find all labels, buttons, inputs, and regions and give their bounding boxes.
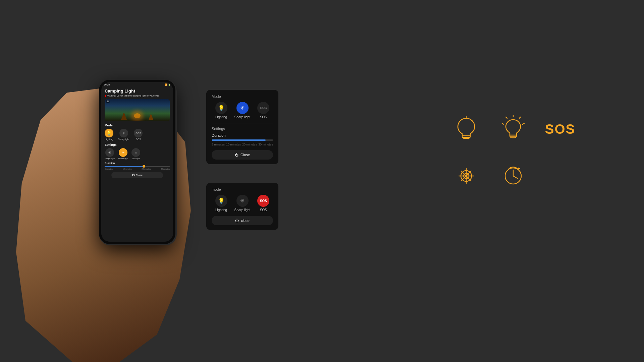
phone-mode-lighting-label: Lighting	[105, 138, 113, 140]
card-top-mode-label: Mode	[212, 95, 273, 99]
clock-icon	[501, 164, 525, 188]
card-top-mode-sharplight[interactable]: ✳ Sharp light	[234, 102, 251, 119]
card-top-settings-label: Settings	[212, 127, 273, 131]
phone-middle-label: Middle light	[118, 158, 128, 160]
card-bottom-sos-label: SOS	[260, 208, 267, 212]
icon-sos: SOS	[540, 107, 580, 151]
card-top-slider[interactable]	[212, 139, 273, 141]
bulb-plain-icon	[454, 116, 478, 142]
phone-height-light[interactable]: ☀ Height light	[105, 148, 115, 160]
phone-duration-section: Duration 5 minutes 10 minutes 20 minutes…	[105, 162, 170, 170]
card-bottom-mode-row: 💡 Lighting ✳ Sharp light SOS SOS	[212, 195, 273, 212]
card-bottom-mode-sharplight[interactable]: ✳ Sharp light	[234, 195, 251, 212]
phone-mode-row: 💡 Lighting ✳ Sharp light SOS SOS	[105, 129, 170, 140]
card-top-duration-label: Duration	[212, 133, 273, 137]
phone-settings-section: Settings ☀ Height light ☀ Middle light ○…	[105, 143, 170, 160]
sos-icon-text: SOS	[545, 122, 575, 137]
warning-dot	[105, 95, 106, 97]
phone-mode-sharplight-label: Sharp light	[118, 138, 129, 140]
close-power-icon: ⏻	[132, 174, 135, 177]
phone-mode-section: Mode 💡 Lighting ✳ Sharp light SOS SOS	[105, 124, 170, 140]
phone-warning: Warning: Do not shine the camping light …	[105, 95, 170, 97]
phone-status-bar: 16:20 📶 🔋	[101, 82, 173, 87]
phone-light-levels: ☀ Height light ☀ Middle light ○ Low ligh…	[105, 148, 170, 160]
card-bottom-close-button[interactable]: ⏻ close	[212, 216, 273, 225]
icon-sun-gear	[446, 154, 486, 198]
card-bottom-lighting-label: Lighting	[215, 208, 227, 212]
phone-time: 16:20	[104, 83, 110, 86]
card-bottom-mode-lighting[interactable]: 💡 Lighting	[215, 195, 227, 212]
icon-bulb-plain	[446, 107, 486, 151]
phone-image-icon: 🖼	[106, 100, 110, 103]
card-top-sos-label: SOS	[260, 115, 267, 119]
phone-frame: 16:20 📶 🔋 Camping Light Warning: Do not …	[99, 80, 175, 244]
card-top-close-icon: ⏻	[235, 153, 238, 157]
phone-screen: 16:20 📶 🔋 Camping Light Warning: Do not …	[101, 82, 173, 242]
icons-area: SOS	[446, 107, 580, 198]
card-top: Mode 💡 Lighting ✳ Sharp light SOS SOS Se…	[206, 90, 278, 164]
icon-bulb-rays	[493, 107, 533, 151]
phone-icons: 📶 🔋	[165, 83, 170, 86]
phone-mode-lighting[interactable]: 💡 Lighting	[105, 129, 113, 140]
phone-height-label: Height light	[105, 158, 115, 160]
card-bottom: mode 💡 Lighting ✳ Sharp light SOS SOS ⏻ …	[206, 183, 278, 230]
phone-camping-image: 🖼	[105, 99, 170, 121]
card-top-mode-row: 💡 Lighting ✳ Sharp light SOS SOS	[212, 102, 273, 119]
card-bottom-close-label: close	[241, 219, 250, 223]
card-bottom-sharplight-label: Sharp light	[234, 208, 251, 212]
phone-low-light[interactable]: ○ Low light	[131, 148, 140, 160]
phone-content-area: Camping Light Warning: Do not shine the …	[101, 87, 173, 180]
svg-line-7	[523, 123, 524, 124]
phone-mode-sharplight[interactable]: ✳ Sharp light	[118, 129, 129, 140]
svg-marker-23	[518, 167, 520, 170]
sun-gear-icon	[454, 164, 478, 188]
phone-close-button[interactable]: ⏻ Close	[111, 172, 163, 178]
svg-line-9	[502, 123, 504, 124]
card-bottom-mode-label: mode	[212, 187, 273, 191]
card-bottom-mode-sos[interactable]: SOS SOS	[257, 195, 269, 212]
card-top-close-label: Close	[240, 153, 250, 157]
phone-close-label: Close	[136, 174, 143, 177]
phone-title: Camping Light	[105, 88, 170, 94]
phone-mode-label: Mode	[105, 124, 170, 127]
phone-middle-light[interactable]: ☀ Middle light	[118, 148, 128, 160]
svg-line-22	[513, 176, 518, 179]
phone-duration-label: Duration	[105, 162, 170, 165]
warning-text: Warning: Do not shine the camping light …	[107, 95, 159, 97]
card-top-lighting-label: Lighting	[215, 115, 227, 119]
phone-mode-sos[interactable]: SOS SOS	[134, 129, 143, 140]
phone-settings-label: Settings	[105, 143, 170, 146]
phone-slider-ticks: 5 minutes 10 minutes 20 minutes 30 minut…	[105, 168, 170, 170]
phone-low-label: Low light	[132, 158, 140, 160]
card-top-mode-lighting[interactable]: 💡 Lighting	[215, 102, 227, 119]
card-top-mode-sos[interactable]: SOS SOS	[257, 102, 269, 119]
card-top-close-button[interactable]: ⏻ Close	[212, 150, 273, 160]
svg-line-8	[506, 117, 507, 118]
card-bottom-close-icon: ⏻	[235, 219, 239, 223]
phone-mode-sos-label: SOS	[136, 138, 141, 140]
card-top-ticks: 5 minutes 10 minutes 20 minutes 30 minut…	[212, 143, 273, 146]
icon-clock	[493, 154, 533, 198]
svg-line-6	[519, 117, 521, 118]
bulb-rays-icon	[501, 115, 526, 143]
card-top-sharplight-label: Sharp light	[234, 115, 251, 119]
phone-slider[interactable]	[105, 166, 170, 167]
